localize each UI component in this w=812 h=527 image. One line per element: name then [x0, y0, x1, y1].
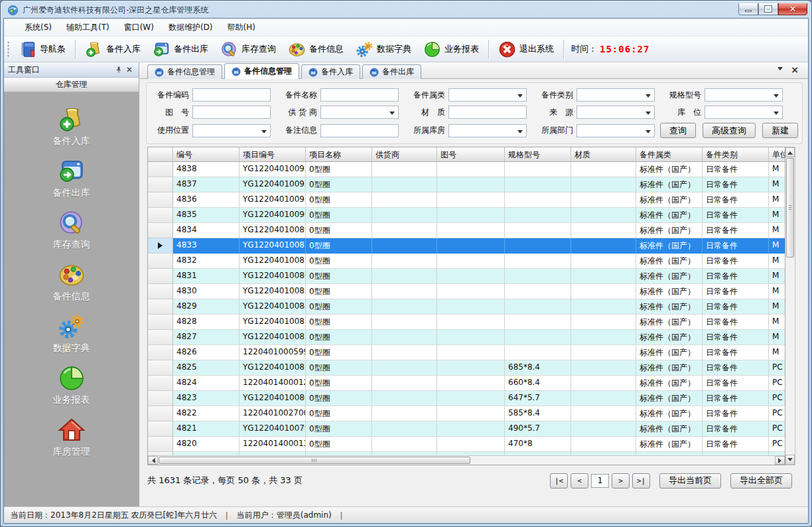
prev-page-button[interactable]: < [571, 473, 588, 489]
scroll-right-button[interactable] [775, 456, 785, 465]
next-page-button[interactable]: > [612, 473, 630, 489]
window-title: 广州爱奇迪软件科技有限公司-深田之星仓库管理系统 [23, 5, 738, 16]
source-dropdown[interactable] [576, 106, 655, 119]
tab-parts-info-mgmt-2[interactable]: 备件信息管理 [224, 63, 299, 79]
last-page-button[interactable]: >| [632, 473, 650, 489]
table-row-4832[interactable]: 4832YG122040100870型圈标准件（国产）日常备件M [148, 254, 785, 269]
table-row-4827[interactable]: 4827YG122040100820型圈标准件（国产）日常备件M [148, 330, 785, 345]
grid-header-unit[interactable]: 单位 [769, 147, 785, 161]
grid-header-supplier[interactable]: 供货商 [372, 147, 437, 161]
material-input[interactable] [448, 106, 527, 119]
toolbar-button-stock-in[interactable]: 备件入库 [79, 38, 147, 61]
drawing-no-input[interactable] [192, 106, 271, 119]
menu-item-aux-tools[interactable]: 辅助工具(T) [59, 19, 117, 36]
table-row-4823[interactable]: 4823YG122040100800型圈647*5.7标准件（国产）日常备件PC [148, 391, 785, 406]
part-code-input[interactable] [192, 88, 271, 102]
table-row-4838[interactable]: 4838YG122040100930型圈标准件（国产）日常备件M [148, 162, 785, 177]
field-label-department: 所属部门 [532, 125, 573, 136]
toolbar-button-stock-out[interactable]: 备件出库 [147, 38, 214, 61]
grid-header-category[interactable]: 备件类别 [703, 147, 769, 161]
grid-header-project_no[interactable]: 项目编号 [239, 147, 306, 161]
export-all-pages-button[interactable]: 导出全部页 [730, 473, 792, 489]
toolbar-button-navbar[interactable]: 导航条 [13, 38, 72, 61]
tab-stock-in[interactable]: 备件入库 [301, 64, 360, 79]
vertical-scroll-thumb[interactable] [786, 158, 794, 258]
grid-header-id[interactable]: 编号 [173, 147, 239, 161]
toolbar-button-exit[interactable]: 退出系统 [492, 38, 560, 61]
menu-item-data-maintain[interactable]: 数据维护(D) [161, 19, 220, 36]
export-current-page-button[interactable]: 导出当前页 [659, 473, 721, 489]
location-dropdown[interactable] [705, 106, 783, 119]
horizontal-scroll-thumb[interactable] [159, 457, 470, 464]
remark-input[interactable] [320, 124, 399, 137]
table-row-4828[interactable]: 4828YG122040100830型圈标准件（国产）日常备件M [148, 315, 785, 330]
cell-attr: 标准件（国产） [636, 406, 703, 421]
tab-parts-info-mgmt-1[interactable]: 备件信息管理 [147, 64, 222, 79]
sidebar-item-report[interactable]: 业务报表 [32, 364, 111, 406]
supplier-dropdown[interactable] [320, 106, 399, 119]
part-category-dropdown[interactable] [576, 88, 655, 102]
toolbar-button-stock-query[interactable]: 库存查询 [214, 38, 282, 61]
department-dropdown[interactable] [576, 124, 655, 137]
table-row-4821[interactable]: 4821YG122040100790型圈490*5.7标准件（国产）日常备件PC [148, 421, 785, 437]
sidebar-close-icon[interactable]: ✕ [124, 64, 135, 75]
cell-project_no: 1220401002700 [239, 406, 306, 421]
warehouse-dropdown[interactable] [448, 124, 527, 137]
table-row-4822[interactable]: 482212204010027000型圈585*8.4标准件（国产）日常备件PC [148, 406, 785, 421]
table-row-4835[interactable]: 4835YG122040100900型圈标准件（国产）日常备件M [148, 208, 785, 223]
sidebar-item-parts-info[interactable]: 备件信息 [32, 261, 111, 303]
vertical-scroll-track[interactable] [785, 258, 795, 455]
table-row-4833[interactable]: 4833YG122040100880型圈标准件（国产）日常备件M [148, 238, 785, 254]
grid-header-attr[interactable]: 备件属类 [636, 147, 703, 161]
menu-item-help[interactable]: 帮助(H) [220, 19, 263, 36]
toolbar-button-data-dict[interactable]: 数据字典 [350, 38, 417, 61]
sidebar-section-header[interactable]: 仓库管理 [4, 78, 139, 92]
grid-header-project_name[interactable]: 项目名称 [306, 147, 372, 161]
sidebar-item-stock-query[interactable]: 库存查询 [32, 209, 111, 251]
tab-list-dropdown-icon[interactable] [778, 67, 783, 73]
table-row-4825[interactable]: 4825YG122040100810型圈685*8.4标准件（国产）日常备件PC [148, 360, 785, 376]
table-row-4820[interactable]: 482012204014000130型圈470*8标准件（国产）日常备件PC [148, 437, 785, 452]
advanced-query-button[interactable]: 高级查询 [703, 123, 756, 138]
table-row-4824[interactable]: 482412204014000120型圈660*8.4标准件（国产）日常备件PC [148, 376, 785, 391]
table-row-4836[interactable]: 4836YG122040100910型圈标准件（国产）日常备件M [148, 192, 785, 208]
use-position-dropdown[interactable] [192, 124, 271, 137]
tab-stock-out[interactable]: 备件出库 [362, 64, 421, 79]
scroll-down-button[interactable] [785, 455, 795, 465]
query-button[interactable]: 查询 [660, 123, 696, 138]
close-button[interactable]: ✕ [778, 3, 807, 15]
scroll-left-button[interactable] [148, 456, 158, 465]
sidebar-item-warehouse-mgmt[interactable]: 库房管理 [32, 416, 111, 458]
sidebar-item-data-dict[interactable]: 数据字典 [32, 313, 111, 354]
table-row-4837[interactable]: 4837YG122040100920型圈标准件（国产）日常备件M [148, 177, 785, 192]
toolbar-button-parts-info[interactable]: 备件信息 [282, 38, 350, 61]
spec-model-dropdown[interactable] [705, 88, 783, 102]
horizontal-scroll-track[interactable] [470, 456, 775, 465]
cell-attr: 标准件（国产） [636, 192, 703, 208]
maximize-button[interactable] [758, 3, 778, 15]
new-button[interactable]: 新建 [762, 123, 798, 138]
table-row-4831[interactable]: 4831YG122040100860型圈标准件（国产）日常备件M [148, 269, 785, 284]
sidebar-item-stock-in[interactable]: 备件入库 [32, 106, 111, 147]
grid-header-drawing_no[interactable]: 图号 [437, 147, 505, 161]
menu-item-window[interactable]: 窗口(W) [117, 19, 161, 36]
table-row-4830[interactable]: 4830YG122040100850型圈标准件（国产）日常备件M [148, 284, 785, 299]
page-number-input[interactable] [591, 474, 609, 488]
table-row-4826[interactable]: 482612204010005990型圈标准件（国产）日常备件M [148, 345, 785, 360]
grid-header-spec[interactable]: 规格型号 [505, 147, 571, 161]
app-icon[interactable] [7, 5, 19, 16]
tab-close-icon[interactable]: × [791, 65, 799, 74]
first-page-button[interactable]: |< [550, 473, 568, 489]
table-row-4834[interactable]: 4834YG122040100890型圈标准件（国产）日常备件M [148, 223, 785, 238]
toolbar-grip[interactable] [7, 40, 10, 58]
grid-header-material[interactable]: 材质 [571, 147, 636, 161]
sidebar-item-stock-out[interactable]: 备件出库 [32, 157, 111, 199]
part-attr-dropdown[interactable] [448, 88, 527, 102]
part-name-input[interactable] [320, 88, 399, 102]
pin-icon[interactable] [113, 64, 124, 75]
toolbar-button-report[interactable]: 业务报表 [417, 38, 485, 61]
minimize-button[interactable] [738, 3, 758, 15]
scroll-up-button[interactable] [785, 147, 795, 157]
menu-item-system[interactable]: 系统(S) [17, 19, 59, 36]
table-row-4829[interactable]: 4829YG122040100840型圈标准件（国产）日常备件M [148, 299, 785, 315]
